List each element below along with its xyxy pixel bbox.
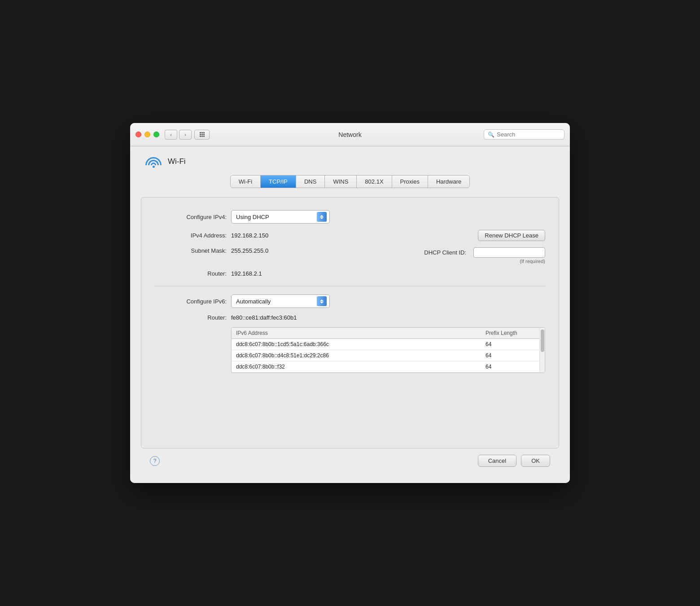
- table-row: ddc8:6c07:8b0b::d4c8:51e1:dc29:2c86 64: [232, 350, 545, 361]
- tab-tcpip[interactable]: TCP/IP: [261, 176, 296, 188]
- configure-ipv6-label: Configure IPv6:: [155, 298, 227, 305]
- col-prefix-header: Prefix Length: [486, 330, 535, 336]
- ipv6-table-wrapper: IPv6 Address Prefix Length ddc8:6c07:8b0…: [231, 327, 545, 373]
- wifi-icon: [145, 155, 162, 168]
- nav-buttons: ‹ ›: [165, 130, 192, 140]
- ipv4-address-value: 192.168.2.150: [231, 232, 268, 239]
- if-required-label: (If required): [520, 259, 545, 264]
- ipv6-address-2: ddc8:6c07:8b0b::d4c8:51e1:dc29:2c86: [236, 352, 486, 359]
- search-box[interactable]: 🔍: [484, 129, 564, 140]
- back-button[interactable]: ‹: [165, 130, 177, 140]
- configure-ipv4-row: Configure IPv4: Using DHCP: [155, 210, 545, 224]
- tab-proxies[interactable]: Proxies: [392, 176, 428, 188]
- tab-wins[interactable]: WINS: [325, 176, 357, 188]
- tabs: Wi-Fi TCP/IP DNS WINS 802.1X Proxies Har…: [230, 175, 470, 188]
- table-row: ddc8:6c07:8b0b::1cd5:5a1c:6adb:366c 64: [232, 339, 545, 350]
- close-button[interactable]: [136, 132, 141, 137]
- dhcp-client-id-input[interactable]: [473, 247, 545, 258]
- ipv6-prefix-3: 64: [486, 364, 535, 370]
- tab-hardware[interactable]: Hardware: [428, 176, 469, 188]
- grid-icon: [200, 132, 205, 137]
- stepper-up-icon: [320, 215, 324, 217]
- ipv4-stepper[interactable]: [317, 212, 327, 222]
- configure-ipv4-value: Using DHCP: [236, 214, 269, 220]
- ipv6-router-label: Router:: [155, 314, 227, 321]
- ipv6-router-row: Router: fe80::ce81:daff:fec3:60b1: [155, 314, 545, 321]
- settings-panel: Configure IPv4: Using DHCP IPv4 Address:…: [141, 197, 559, 448]
- ipv6-prefix-2: 64: [486, 352, 535, 359]
- renew-dhcp-button[interactable]: Renew DHCP Lease: [478, 230, 545, 241]
- configure-ipv6-row: Configure IPv6: Automatically: [155, 294, 545, 308]
- search-input[interactable]: [497, 131, 560, 138]
- ok-button[interactable]: OK: [521, 455, 550, 467]
- tab-8021x[interactable]: 802.1X: [357, 176, 392, 188]
- maximize-button[interactable]: [153, 132, 159, 137]
- col-address-header: IPv6 Address: [236, 330, 486, 336]
- search-icon: 🔍: [488, 132, 494, 138]
- scrollbar[interactable]: [539, 328, 545, 373]
- configure-ipv6-dropdown[interactable]: Automatically: [231, 294, 330, 308]
- minimize-button[interactable]: [144, 132, 150, 137]
- interface-name: Wi-Fi: [168, 157, 186, 166]
- ipv4-address-label: IPv4 Address:: [155, 232, 227, 239]
- bottom-buttons: Cancel OK: [478, 455, 550, 467]
- dhcp-client-id-label: DHCP Client ID:: [424, 249, 466, 256]
- ipv6-stepper[interactable]: [317, 296, 327, 306]
- ipv4-address-row: IPv4 Address: 192.168.2.150 Renew DHCP L…: [155, 230, 545, 241]
- tabs-container: Wi-Fi TCP/IP DNS WINS 802.1X Proxies Har…: [141, 175, 559, 188]
- router-label: Router:: [155, 270, 227, 277]
- grid-button[interactable]: [194, 130, 210, 140]
- ipv6-prefix-1: 64: [486, 341, 535, 347]
- router-row: Router: 192.168.2.1: [155, 270, 545, 277]
- stepper-down-icon: [320, 302, 324, 303]
- interface-header: Wi-Fi: [141, 155, 559, 168]
- subnet-mask-row: Subnet Mask: 255.255.255.0 DHCP Client I…: [155, 247, 545, 264]
- cancel-button[interactable]: Cancel: [478, 455, 516, 467]
- titlebar: ‹ › Network 🔍: [130, 123, 570, 146]
- table-header: IPv6 Address Prefix Length: [232, 328, 545, 339]
- tab-dns[interactable]: DNS: [296, 176, 325, 188]
- configure-ipv4-dropdown[interactable]: Using DHCP: [231, 210, 330, 224]
- ipv6-table: IPv6 Address Prefix Length ddc8:6c07:8b0…: [231, 327, 545, 373]
- ipv6-router-value: fe80::ce81:daff:fec3:60b1: [231, 314, 297, 321]
- scrollbar-thumb[interactable]: [541, 329, 544, 352]
- table-row: ddc8:6c07:8b0b::f32 64: [232, 361, 545, 373]
- main-window: ‹ › Network 🔍 Wi-Fi: [130, 123, 570, 483]
- window-title: Network: [338, 131, 361, 138]
- content-area: Wi-Fi Wi-Fi TCP/IP DNS WINS 802.1X Proxi…: [130, 146, 570, 483]
- tab-wifi[interactable]: Wi-Fi: [231, 176, 261, 188]
- subnet-mask-label: Subnet Mask:: [155, 247, 227, 254]
- configure-ipv4-label: Configure IPv4:: [155, 214, 227, 220]
- ipv6-address-3: ddc8:6c07:8b0b::f32: [236, 364, 486, 370]
- forward-button[interactable]: ›: [179, 130, 192, 140]
- help-button[interactable]: ?: [150, 456, 160, 466]
- ipv6-address-1: ddc8:6c07:8b0b::1cd5:5a1c:6adb:366c: [236, 341, 486, 347]
- bottom-bar: ? Cancel OK: [141, 448, 559, 474]
- section-divider: [155, 286, 545, 286]
- stepper-down-icon: [320, 217, 324, 219]
- stepper-up-icon: [320, 299, 324, 301]
- configure-ipv6-value: Automatically: [236, 298, 271, 305]
- router-value: 192.168.2.1: [231, 270, 262, 277]
- subnet-mask-value: 255.255.255.0: [231, 247, 268, 254]
- traffic-lights: [136, 132, 159, 137]
